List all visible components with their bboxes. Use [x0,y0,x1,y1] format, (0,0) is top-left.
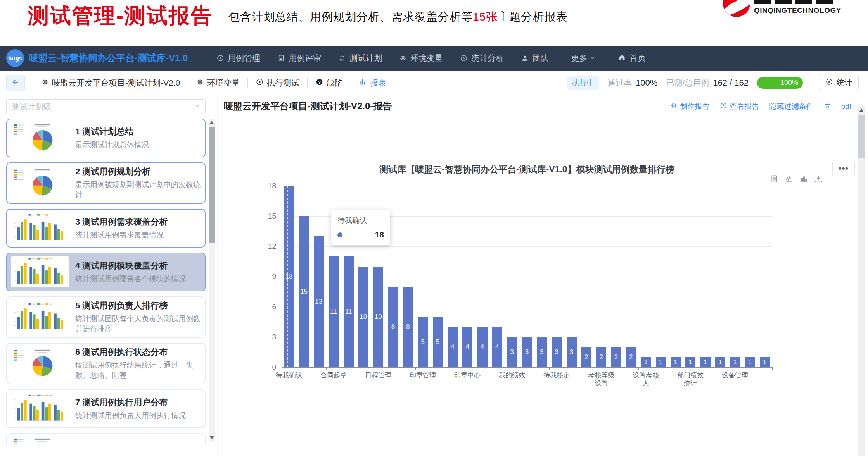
nav-item-4[interactable]: 统计分析 [460,53,504,64]
bar-9[interactable]: 5 [418,317,428,367]
sidebar-scroll-thumb[interactable] [209,127,215,243]
bar-29[interactable]: 1 [715,357,725,367]
bar-4[interactable]: 11 [344,256,354,367]
chart-more-button[interactable]: ••• [832,160,855,177]
report-card-8[interactable]: 8 缺陷回归分布 [6,433,206,444]
action-隐藏过滤条件[interactable]: 隐藏过滤条件 [769,102,814,112]
bar-5[interactable]: 10 [358,267,368,367]
bar-1[interactable]: 15 [299,216,309,367]
document-icon [277,54,285,62]
nav-item-home[interactable]: 首页 [618,53,646,64]
sidebar-scrollbar[interactable] [209,119,215,442]
bar-16[interactable]: 3 [522,337,532,367]
report-card-3[interactable]: 3 测试用例需求覆盖分析统计测试用例需求覆盖情况 [6,209,206,248]
bar-11[interactable]: 4 [448,327,458,367]
toolbar-item-2[interactable]: ?缺陷 [315,77,343,88]
nav-item-2[interactable]: 测试计划 [338,53,382,64]
action-pdf[interactable]: pdf [841,102,851,111]
plan-level-select[interactable]: 测试计划级 [6,99,206,114]
bar-31[interactable]: 1 [745,357,755,367]
line-chart-icon[interactable] [785,174,794,185]
bar-15[interactable]: 3 [507,337,517,367]
bar-12[interactable]: 4 [462,327,472,367]
svg-text:?: ? [318,79,321,84]
pie-chart-thumbnail [11,348,69,379]
bar-23[interactable]: 2 [626,347,636,367]
report-card-text: 7 测试用例执行用户分布统计测试用例负责人用例执行情况 [75,397,186,421]
bar-value-label: 4 [465,343,469,351]
y-axis-label: 0 [259,363,276,372]
bar-0[interactable]: 18 [284,186,294,367]
bar-14[interactable]: 4 [492,327,502,367]
data-view-icon[interactable] [770,174,779,185]
nav-item-3[interactable]: 环境变量 [399,53,443,64]
bar-27[interactable]: 1 [685,357,695,367]
status-badge: 执行中 [567,76,599,90]
action-print[interactable] [824,102,831,111]
bar-8[interactable]: 8 [403,287,413,367]
scroll-up-icon[interactable] [859,108,863,112]
bar-18[interactable]: 3 [552,337,562,367]
toolbar-item-0[interactable]: 环境变量 [196,77,240,88]
bar-value-label: 1 [748,358,752,366]
report-card-text: 5 测试用例负责人排行榜统计测试团队每个人负责的测试用例数并进行排序 [75,300,201,334]
breadcrumb[interactable]: 唛盟云开发平台项目-测试计划-V2.0 [41,77,180,88]
bar-3[interactable]: 11 [329,256,339,367]
window-scroll-thumb[interactable] [858,115,865,158]
report-card-desc: 显示用例被规划到测试计划中的次数统计 [75,180,201,200]
toolbar-item-1[interactable]: 执行测试 [256,77,299,88]
bar-32[interactable]: 1 [760,357,770,367]
report-card-text: 1 测试计划总结显示测试计划总体情况 [75,126,149,150]
tooltip-value: 18 [375,230,384,239]
report-card-7[interactable]: 7 测试用例执行用户分布统计测试用例负责人用例执行情况 [6,389,206,428]
report-card-6[interactable]: 6 测试用例执行状态分布按测试用例执行结果统计，通过、失败、忽略、阻塞 [6,343,206,384]
bar-2[interactable]: 13 [314,236,324,367]
tested-label: 已测/总用例 [666,77,709,88]
action-查看报告[interactable]: 查看报告 [720,102,759,112]
bar-6[interactable]: 10 [373,267,383,367]
scroll-up-icon[interactable] [210,121,214,124]
nav-item-5[interactable]: 团队 [521,53,548,64]
action-label: pdf [841,102,851,111]
bar-30[interactable]: 1 [730,357,740,367]
bar-19[interactable]: 3 [567,337,577,367]
bar-25[interactable]: 1 [656,357,666,367]
pie-chart-thumbnail [11,122,69,153]
action-制作报告[interactable]: 制作报告 [670,102,710,112]
bar-20[interactable]: 2 [581,347,591,367]
bar-21[interactable]: 2 [596,347,606,367]
report-card-2[interactable]: 2 测试用例规划分析显示用例被规划到测试计划中的次数统计 [6,162,206,204]
tooltip-category: 待我确认 [337,215,384,225]
bar-26[interactable]: 1 [671,357,681,367]
bar-chart-icon[interactable] [799,174,808,185]
toolbar-item-3[interactable]: 报表 [359,77,386,88]
window-scrollbar[interactable] [858,106,865,456]
nav-item-label: 环境变量 [410,53,443,64]
bugs-logo[interactable]: bugs [6,49,24,67]
x-axis-label: 合同起草 [320,371,347,379]
nav-item-1[interactable]: 用例评审 [277,53,321,64]
back-button[interactable] [6,75,25,91]
x-axis-tick [594,367,594,370]
bar-17[interactable]: 3 [537,337,547,367]
download-icon[interactable] [814,174,823,185]
clock-icon [460,54,468,62]
clock-icon [720,102,727,111]
page-title: 测试管理-测试报告 [28,4,213,27]
bar-24[interactable]: 1 [641,357,651,367]
bar-10[interactable]: 5 [433,317,443,367]
bar-22[interactable]: 2 [611,347,621,367]
nav-item-more[interactable]: 更多 [571,53,595,64]
logo-company-name: QINQINGTECHNOLOGY [754,6,841,15]
report-card-1[interactable]: 1 测试计划总结显示测试计划总体情况 [6,119,206,157]
bar-13[interactable]: 4 [477,327,488,367]
bar-7[interactable]: 8 [388,287,398,367]
nav-item-0[interactable]: 用例管理 [216,53,260,64]
report-card-5[interactable]: 5 测试用例负责人排行榜统计测试团队每个人负责的测试用例数并进行排序 [6,296,206,338]
bar-28[interactable]: 1 [700,357,711,367]
nav-brand-title[interactable]: 唛盟云-智慧协同办公平台-测试库-V1.0 [29,52,188,64]
report-card-4[interactable]: 4 测试用例模块覆盖分析统计测试用例覆盖各个模块的情况 [6,253,206,291]
bar-value-label: 8 [406,323,410,331]
scroll-down-icon[interactable] [210,436,214,439]
stats-button[interactable]: 统计 [819,74,859,91]
